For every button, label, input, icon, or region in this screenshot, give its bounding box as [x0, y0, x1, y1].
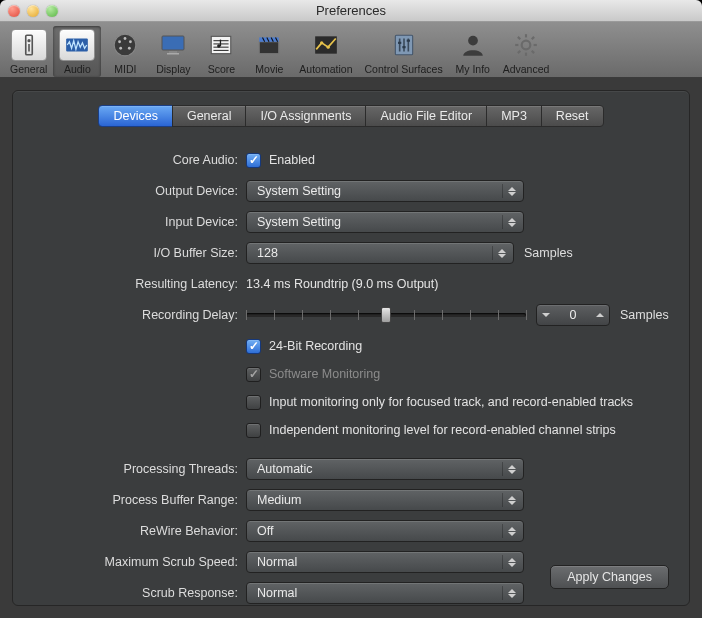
- core-audio-label: Core Audio:: [33, 153, 238, 167]
- independent-monitoring-checkbox[interactable]: [246, 423, 261, 438]
- apply-changes-button[interactable]: Apply Changes: [550, 565, 669, 589]
- input-monitoring-checkbox[interactable]: [246, 395, 261, 410]
- tab-devices[interactable]: Devices: [98, 105, 172, 127]
- midi-icon: [107, 29, 143, 61]
- slider-thumb[interactable]: [381, 307, 391, 323]
- toolbar-item-automation[interactable]: Automation: [293, 26, 358, 77]
- scrub-response-select[interactable]: Normal: [246, 582, 524, 604]
- recording-delay-label: Recording Delay:: [33, 308, 238, 322]
- input-device-label: Input Device:: [33, 215, 238, 229]
- svg-point-27: [320, 41, 323, 44]
- output-device-label: Output Device:: [33, 184, 238, 198]
- tab-mp3[interactable]: MP3: [486, 105, 542, 127]
- input-device-value: System Setting: [257, 215, 341, 229]
- resulting-latency-value: 13.4 ms Roundtrip (9.0 ms Output): [246, 277, 438, 291]
- svg-line-42: [518, 37, 520, 39]
- svg-rect-35: [406, 40, 409, 42]
- process-buffer-range-value: Medium: [257, 493, 301, 507]
- tabstrip: Devices General I/O Assignments Audio Fi…: [33, 105, 669, 127]
- toolbar-item-advanced[interactable]: Advanced: [497, 26, 556, 77]
- toolbar-item-my-info[interactable]: My Info: [449, 26, 497, 77]
- toolbar-label: Advanced: [503, 63, 550, 75]
- toolbar-label: Audio: [64, 63, 91, 75]
- scrub-response-label: Scrub Response:: [33, 586, 238, 600]
- toolbar-label: My Info: [455, 63, 489, 75]
- recording-delay-slider[interactable]: [246, 313, 526, 317]
- svg-point-28: [326, 46, 329, 49]
- window-title: Preferences: [0, 3, 702, 18]
- software-monitoring-checkbox: [246, 367, 261, 382]
- rewire-behavior-value: Off: [257, 524, 273, 538]
- my-info-icon: [455, 29, 491, 61]
- select-arrows-icon: [506, 459, 518, 479]
- audio-icon: [59, 29, 95, 61]
- content-area: Devices General I/O Assignments Audio Fi…: [0, 78, 702, 618]
- svg-point-9: [128, 47, 131, 50]
- svg-rect-20: [260, 42, 280, 54]
- svg-rect-10: [162, 36, 184, 50]
- input-monitoring-label: Input monitoring only for focused track,…: [269, 395, 633, 409]
- select-arrows-icon: [506, 583, 518, 603]
- general-icon: [11, 29, 47, 61]
- display-icon: [155, 29, 191, 61]
- svg-point-37: [522, 41, 531, 50]
- recording-delay-unit: Samples: [620, 308, 669, 322]
- stepper-increase[interactable]: [591, 305, 609, 325]
- tab-audio-file-editor[interactable]: Audio File Editor: [365, 105, 487, 127]
- max-scrub-speed-value: Normal: [257, 555, 297, 569]
- rewire-behavior-label: ReWire Behavior:: [33, 524, 238, 538]
- svg-point-36: [468, 36, 478, 46]
- toolbar-label: Score: [208, 63, 235, 75]
- select-arrows-icon: [496, 243, 508, 263]
- toolbar-item-movie[interactable]: Movie: [245, 26, 293, 77]
- output-device-select[interactable]: System Setting: [246, 180, 524, 202]
- stepper-decrease[interactable]: [537, 305, 555, 325]
- toolbar-item-display[interactable]: Display: [149, 26, 197, 77]
- max-scrub-speed-select[interactable]: Normal: [246, 551, 524, 573]
- 24-bit-recording-label: 24-Bit Recording: [269, 339, 362, 353]
- core-audio-checkbox[interactable]: [246, 153, 261, 168]
- toolbar-item-audio[interactable]: Audio: [53, 26, 101, 77]
- score-icon: [203, 29, 239, 61]
- 24-bit-recording-checkbox[interactable]: [246, 339, 261, 354]
- toolbar-label: Control Surfaces: [364, 63, 442, 75]
- processing-threads-select[interactable]: Automatic: [246, 458, 524, 480]
- svg-rect-33: [398, 42, 401, 44]
- tab-reset[interactable]: Reset: [541, 105, 604, 127]
- svg-line-43: [532, 51, 534, 53]
- toolbar-item-score[interactable]: Score: [197, 26, 245, 77]
- io-buffer-size-select[interactable]: 128: [246, 242, 514, 264]
- svg-point-6: [119, 40, 122, 43]
- svg-rect-11: [169, 51, 177, 53]
- process-buffer-range-label: Process Buffer Range:: [33, 493, 238, 507]
- select-arrows-icon: [506, 181, 518, 201]
- toolbar-label: Automation: [299, 63, 352, 75]
- svg-line-44: [518, 51, 520, 53]
- toolbar-item-general[interactable]: General: [4, 26, 53, 77]
- select-arrows-icon: [506, 521, 518, 541]
- tab-io-assignments[interactable]: I/O Assignments: [245, 105, 366, 127]
- svg-line-45: [532, 37, 534, 39]
- recording-delay-value: 0: [555, 308, 591, 322]
- toolbar-item-midi[interactable]: MIDI: [101, 26, 149, 77]
- process-buffer-range-select[interactable]: Medium: [246, 489, 524, 511]
- independent-monitoring-label: Independent monitoring level for record-…: [269, 423, 616, 437]
- tab-general[interactable]: General: [172, 105, 246, 127]
- max-scrub-speed-label: Maximum Scrub Speed:: [33, 555, 238, 569]
- input-device-select[interactable]: System Setting: [246, 211, 524, 233]
- gear-icon: [508, 29, 544, 61]
- scrub-response-value: Normal: [257, 586, 297, 600]
- toolbar-item-control-surfaces[interactable]: Control Surfaces: [358, 26, 448, 77]
- svg-point-7: [129, 40, 132, 43]
- toolbar-label: Display: [156, 63, 190, 75]
- devices-form: Core Audio: Enabled Output Device: Syste…: [33, 149, 669, 604]
- svg-rect-34: [402, 46, 405, 48]
- io-buffer-size-value: 128: [257, 246, 278, 260]
- processing-threads-value: Automatic: [257, 462, 313, 476]
- titlebar: Preferences: [0, 0, 702, 22]
- movie-icon: [251, 29, 287, 61]
- recording-delay-stepper[interactable]: 0: [536, 304, 610, 326]
- rewire-behavior-select[interactable]: Off: [246, 520, 524, 542]
- settings-panel: Devices General I/O Assignments Audio Fi…: [12, 90, 690, 606]
- preferences-toolbar: General Audio MIDI Display Score Movie: [0, 22, 702, 78]
